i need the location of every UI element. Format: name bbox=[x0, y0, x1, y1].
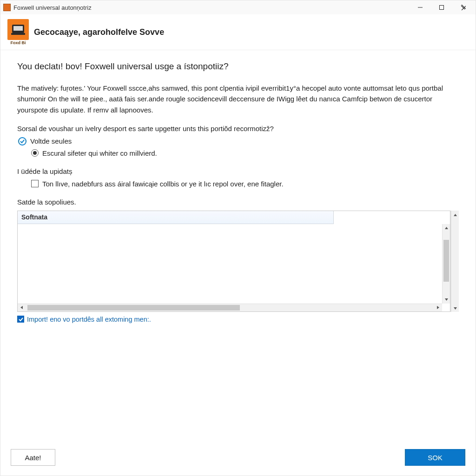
list-column-header[interactable]: Softnata bbox=[18, 211, 334, 224]
horizontal-scroll-thumb[interactable] bbox=[27, 305, 240, 311]
svg-rect-0 bbox=[440, 6, 444, 10]
scroll-down-icon[interactable] bbox=[453, 304, 457, 312]
dialog-body: You declatı! bov! Foxwell universal usge… bbox=[0, 50, 476, 439]
section-update-label: I üdéde la upidatș bbox=[17, 167, 459, 175]
close-icon bbox=[460, 5, 466, 10]
checkbox-1-label: Ton llıve, nadebfurs ass áiral fawicąie … bbox=[42, 180, 284, 188]
import-checkbox[interactable] bbox=[17, 316, 24, 323]
software-list-inner: Softnata bbox=[17, 211, 451, 312]
option-2-label: Escural sifeter qui whiter co millvierd. bbox=[42, 149, 157, 157]
app-window: Foxwell universal autonņotriz Foxd Bi Ge… bbox=[0, 0, 476, 476]
title-bar: Foxwell universal autonņotriz bbox=[0, 0, 476, 14]
software-list-container: Softnata bbox=[17, 211, 459, 312]
minimize-icon bbox=[418, 5, 423, 10]
scroll-left-icon[interactable] bbox=[18, 304, 26, 311]
header-title: Gecocaąye, agaroholfelve Sovve bbox=[34, 27, 164, 37]
scroll-down-icon[interactable] bbox=[443, 296, 450, 304]
primary-button[interactable]: SOK bbox=[405, 449, 465, 466]
scroll-up-icon[interactable] bbox=[443, 224, 450, 232]
svg-rect-3 bbox=[11, 33, 25, 35]
header-band: Foxd Bi Gecocaąye, agaroholfelve Sovve bbox=[0, 14, 476, 50]
checkbox-1-row[interactable]: Ton llıve, nadebfurs ass áiral fawicąie … bbox=[17, 180, 459, 188]
window-title: Foxwell universal autonņotriz bbox=[13, 4, 92, 11]
option-2-radio[interactable] bbox=[31, 149, 39, 157]
checkbox-1[interactable] bbox=[31, 180, 39, 187]
option-1-radio[interactable] bbox=[18, 137, 26, 145]
svg-rect-2 bbox=[13, 26, 23, 31]
horizontal-scrollbar[interactable] bbox=[18, 304, 442, 311]
dialog-footer: Aate! SOK bbox=[0, 439, 476, 476]
section-list-label: Satde la sopoliues. bbox=[17, 198, 459, 206]
list-body[interactable] bbox=[18, 224, 450, 311]
import-checkbox-label: Import! eno vo portdês all extoming men:… bbox=[27, 316, 151, 323]
close-button[interactable] bbox=[452, 0, 474, 14]
scroll-up-icon[interactable] bbox=[453, 211, 457, 218]
option-1-row[interactable]: Voltde seules bbox=[17, 137, 459, 145]
app-icon bbox=[3, 4, 11, 11]
import-checkbox-row[interactable]: Import! eno vo portdês all extoming men:… bbox=[17, 316, 459, 323]
device-icon bbox=[11, 24, 25, 36]
vertical-scroll-thumb[interactable] bbox=[443, 240, 449, 282]
brand-icon bbox=[7, 19, 29, 40]
horizontal-scroll-track[interactable] bbox=[26, 304, 434, 311]
brand-caption: Foxd Bi bbox=[11, 40, 26, 45]
outer-vertical-scrollbar[interactable] bbox=[451, 211, 459, 312]
secondary-button-label: Aate! bbox=[25, 454, 41, 462]
option-1-label: Voltde seules bbox=[30, 137, 72, 145]
brand-icon-wrap: Foxd Bi bbox=[7, 19, 29, 45]
maximize-icon bbox=[439, 5, 444, 10]
check-icon bbox=[19, 317, 23, 322]
check-icon bbox=[20, 139, 25, 144]
primary-button-label: SOK bbox=[428, 454, 443, 462]
secondary-button[interactable]: Aate! bbox=[11, 449, 55, 466]
option-2-row[interactable]: Escural sifeter qui whiter co millvierd. bbox=[17, 149, 459, 157]
inner-vertical-scrollbar[interactable] bbox=[442, 224, 450, 304]
minimize-button[interactable] bbox=[410, 0, 431, 14]
software-list[interactable]: Softnata bbox=[17, 211, 450, 312]
maximize-button[interactable] bbox=[431, 0, 452, 14]
scroll-right-icon[interactable] bbox=[434, 304, 442, 311]
page-heading: You declatı! bov! Foxwell universal usge… bbox=[17, 61, 459, 72]
intro-paragraph: The matively: fuŗotes.' Your Foxwell ssc… bbox=[17, 83, 459, 115]
sub-question: Sorsal de voushar un ivelry desport es s… bbox=[17, 125, 459, 132]
radio-dot-icon bbox=[33, 151, 37, 155]
